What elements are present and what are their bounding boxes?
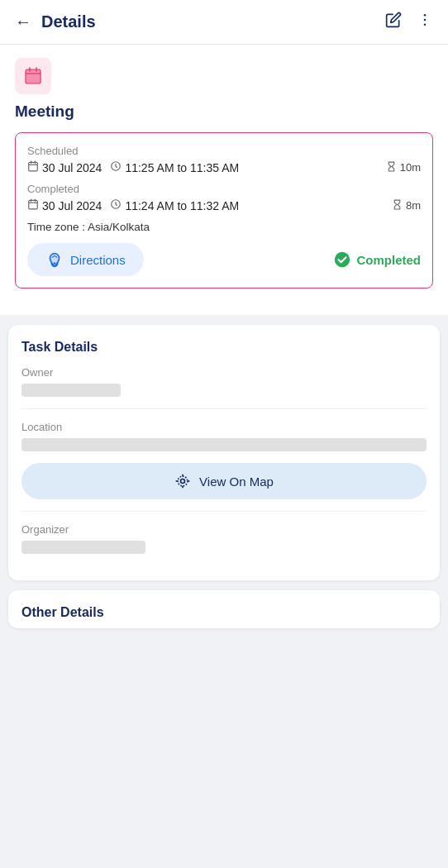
main-content: Meeting Scheduled 30 Jul 2024	[0, 45, 448, 315]
task-details-card: Task Details Owner Location View On Map …	[8, 325, 440, 580]
scheduled-box: Scheduled 30 Jul 2024	[15, 132, 433, 289]
more-options-icon[interactable]	[417, 12, 433, 32]
scheduled-row: 30 Jul 2024 11:25 AM to 11:35 AM	[27, 160, 421, 174]
page-title: Details	[41, 12, 96, 31]
svg-rect-12	[29, 200, 38, 209]
organizer-label: Organizer	[21, 523, 427, 536]
scheduled-date-item: 30 Jul 2024	[27, 160, 102, 174]
scheduled-duration: 10m	[386, 161, 421, 174]
svg-point-21	[178, 476, 188, 486]
hourglass-icon	[386, 161, 397, 174]
svg-point-1	[424, 19, 427, 21]
header-right	[385, 12, 433, 32]
svg-point-19	[335, 252, 350, 267]
other-details-card: Other Details	[8, 590, 440, 628]
clock-icon-2	[110, 198, 122, 212]
directions-icon	[45, 250, 64, 269]
meeting-title: Meeting	[15, 103, 433, 121]
map-target-icon	[174, 473, 191, 489]
svg-rect-3	[26, 69, 41, 83]
completed-check-icon	[333, 250, 351, 269]
meeting-icon-wrap	[15, 58, 51, 94]
directions-button[interactable]: Directions	[27, 243, 144, 276]
timezone: Time zone : Asia/Kolkata	[27, 221, 421, 233]
scheduled-duration-value: 10m	[400, 161, 421, 174]
completed-label: Completed	[356, 253, 421, 267]
completed-time-section: Completed 30 Jul 2024	[27, 183, 421, 212]
completed-duration-value: 8m	[406, 199, 421, 212]
task-details-title: Task Details	[21, 340, 427, 355]
svg-point-18	[54, 262, 56, 265]
scheduled-label: Scheduled	[27, 145, 421, 157]
header-left: ← Details	[15, 12, 96, 31]
completed-date-item: 30 Jul 2024	[27, 198, 102, 212]
completed-time-row: 30 Jul 2024 11:24 AM to 11:32 AM	[27, 198, 421, 212]
completed-duration: 8m	[392, 199, 421, 212]
scheduled-section: Scheduled 30 Jul 2024	[27, 145, 421, 174]
back-button[interactable]: ←	[15, 12, 31, 31]
completed-time-value: 11:24 AM to 11:32 AM	[125, 199, 239, 212]
view-map-label: View On Map	[199, 475, 274, 489]
owner-label: Owner	[21, 366, 427, 379]
header: ← Details	[0, 0, 448, 45]
scheduled-date: 30 Jul 2024	[42, 161, 102, 174]
view-map-button[interactable]: View On Map	[21, 463, 427, 499]
clock-icon	[110, 160, 122, 174]
calendar-icon-2	[27, 198, 39, 212]
svg-point-0	[424, 14, 427, 17]
calendar-icon	[27, 160, 39, 174]
svg-rect-7	[29, 162, 38, 171]
location-label: Location	[21, 421, 427, 433]
svg-point-2	[424, 24, 427, 26]
organizer-value	[21, 541, 145, 554]
scheduled-time: 11:25 AM to 11:35 AM	[125, 161, 239, 174]
completed-date: 30 Jul 2024	[42, 199, 102, 212]
owner-value	[21, 384, 121, 397]
divider-1	[21, 408, 427, 409]
completed-time-label: Completed	[27, 183, 421, 195]
actions-row: Directions Completed	[27, 243, 421, 276]
scheduled-time-item: 11:25 AM to 11:35 AM	[110, 160, 239, 174]
location-value	[21, 438, 427, 451]
edit-icon[interactable]	[385, 12, 402, 32]
directions-label: Directions	[70, 253, 126, 267]
meeting-icon	[23, 66, 43, 86]
svg-point-20	[181, 479, 185, 484]
other-details-title: Other Details	[21, 605, 427, 620]
completed-badge: Completed	[333, 250, 421, 269]
completed-time-item: 11:24 AM to 11:32 AM	[110, 198, 239, 212]
hourglass-icon-2	[392, 199, 403, 212]
divider-2	[21, 511, 427, 512]
